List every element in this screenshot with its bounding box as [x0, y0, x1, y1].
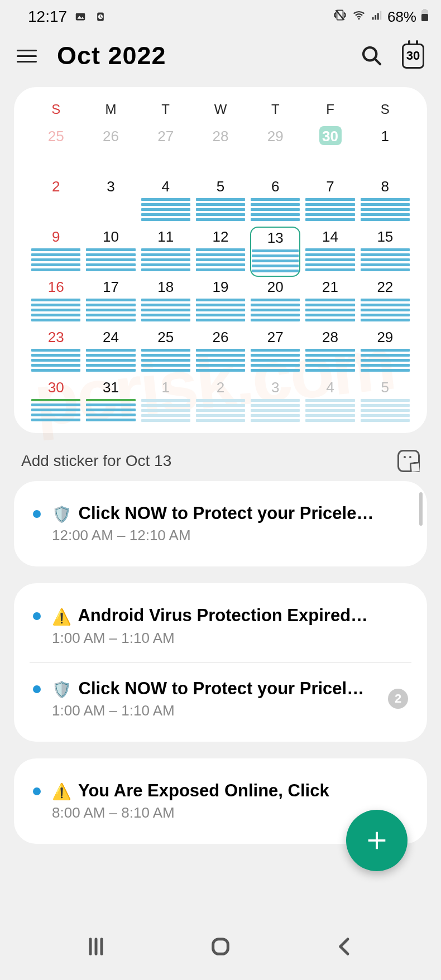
event-title: ⚠️ You Are Exposed Online, Click [52, 781, 408, 801]
day-cell-3[interactable]: 3 [85, 176, 136, 227]
event-icon: ⚠️ [52, 783, 71, 800]
day-cell-14[interactable]: 14 [305, 227, 355, 277]
event-time: 1:00 AM – 1:10 AM [52, 630, 408, 647]
weekday-header: S [360, 97, 410, 126]
day-cell-2[interactable]: 2 [195, 377, 246, 427]
day-number: 13 [264, 228, 286, 247]
event-icon: 🛡️ [52, 506, 71, 523]
day-number: 5 [374, 377, 396, 396]
app-bar: Oct 2022 30 [0, 33, 441, 87]
day-cell-19[interactable]: 19 [195, 277, 246, 327]
day-cell-25[interactable]: 25 [141, 327, 191, 377]
day-cell-30[interactable]: 30 [305, 126, 355, 176]
event-item[interactable]: 🛡️ Click NOW to Protect your Pricel…1:00… [30, 662, 411, 725]
event-indicator [305, 299, 355, 321]
event-dot [33, 510, 41, 518]
scroll-indicator [419, 492, 423, 526]
day-cell-12[interactable]: 12 [195, 227, 246, 277]
day-cell-1[interactable]: 1 [141, 377, 191, 427]
day-number: 30 [319, 126, 342, 145]
day-cell-11[interactable]: 11 [141, 227, 191, 277]
day-cell-15[interactable]: 15 [360, 227, 410, 277]
day-cell-22[interactable]: 22 [360, 277, 410, 327]
day-cell-6[interactable]: 6 [250, 176, 300, 227]
event-item[interactable]: 🛡️ Click NOW to Protect your Pricele…12:… [30, 498, 411, 550]
day-cell-23[interactable]: 23 [31, 327, 81, 377]
event-indicator [250, 299, 300, 321]
day-cell-25[interactable]: 25 [31, 126, 81, 176]
day-cell-31[interactable]: 31 [85, 377, 136, 427]
menu-button[interactable] [17, 50, 37, 63]
day-number: 10 [99, 227, 122, 246]
weekday-header: T [141, 97, 191, 126]
day-cell-30[interactable]: 30 [31, 377, 81, 427]
event-indicator [85, 248, 136, 271]
day-cell-27[interactable]: 27 [141, 126, 191, 176]
day-cell-26[interactable]: 26 [85, 126, 136, 176]
day-cell-7[interactable]: 7 [305, 176, 355, 227]
day-cell-2[interactable]: 2 [31, 176, 81, 227]
day-cell-18[interactable]: 18 [141, 277, 191, 327]
day-cell-4[interactable]: 4 [141, 176, 191, 227]
page-title[interactable]: Oct 2022 [57, 41, 341, 70]
day-cell-4[interactable]: 4 [305, 377, 355, 427]
day-cell-27[interactable]: 27 [250, 327, 300, 377]
day-cell-29[interactable]: 29 [360, 327, 410, 377]
day-cell-13[interactable]: 13 [250, 227, 300, 277]
day-cell-9[interactable]: 9 [31, 227, 81, 277]
back-button[interactable] [331, 933, 359, 960]
event-time: 12:00 AM – 12:10 AM [52, 527, 408, 544]
day-cell-5[interactable]: 5 [195, 176, 246, 227]
day-cell-29[interactable]: 29 [250, 126, 300, 176]
jump-to-today-button[interactable]: 30 [402, 45, 424, 67]
day-number: 28 [209, 126, 232, 145]
day-cell-5[interactable]: 5 [360, 377, 410, 427]
day-number: 2 [45, 176, 67, 195]
event-indicator [360, 248, 410, 271]
event-indicator [85, 299, 136, 321]
day-cell-16[interactable]: 16 [31, 277, 81, 327]
add-event-fab[interactable] [346, 810, 408, 871]
day-number: 14 [319, 227, 342, 246]
event-indicator [31, 299, 81, 321]
event-icon: ⚠️ [52, 608, 71, 626]
svg-point-5 [358, 17, 359, 19]
day-number: 20 [264, 277, 286, 296]
search-button[interactable] [361, 45, 383, 67]
day-number: 15 [374, 227, 396, 246]
home-button[interactable] [207, 933, 234, 960]
day-cell-26[interactable]: 26 [195, 327, 246, 377]
day-number: 23 [45, 327, 67, 346]
svg-rect-11 [423, 9, 426, 11]
day-cell-10[interactable]: 10 [85, 227, 136, 277]
add-sticker-row[interactable]: Add sticker for Oct 13 [21, 450, 420, 472]
day-cell-21[interactable]: 21 [305, 277, 355, 327]
day-cell-1[interactable]: 1 [360, 126, 410, 176]
day-number: 21 [319, 277, 342, 296]
day-cell-28[interactable]: 28 [195, 126, 246, 176]
day-number: 31 [99, 377, 122, 396]
day-cell-20[interactable]: 20 [250, 277, 300, 327]
day-cell-17[interactable]: 17 [85, 277, 136, 327]
day-number: 4 [319, 377, 342, 396]
day-cell-24[interactable]: 24 [85, 327, 136, 377]
event-indicator [360, 198, 410, 221]
day-cell-8[interactable]: 8 [360, 176, 410, 227]
event-indicator [251, 249, 299, 272]
day-number: 27 [264, 327, 286, 346]
event-indicator [360, 299, 410, 321]
day-number: 3 [264, 377, 286, 396]
gallery-icon [74, 10, 87, 23]
day-cell-28[interactable]: 28 [305, 327, 355, 377]
weekday-header: F [305, 97, 355, 126]
recents-button[interactable] [82, 933, 110, 960]
event-indicator [195, 399, 246, 422]
svg-rect-0 [76, 13, 85, 21]
day-number: 26 [209, 327, 232, 346]
event-indicator [250, 198, 300, 221]
event-indicator [195, 349, 246, 372]
day-cell-3[interactable]: 3 [250, 377, 300, 427]
event-item[interactable]: ⚠️ Android Virus Protection Expired…1:00… [30, 600, 411, 652]
vibrate-icon [333, 8, 347, 26]
event-indicator [195, 198, 246, 221]
